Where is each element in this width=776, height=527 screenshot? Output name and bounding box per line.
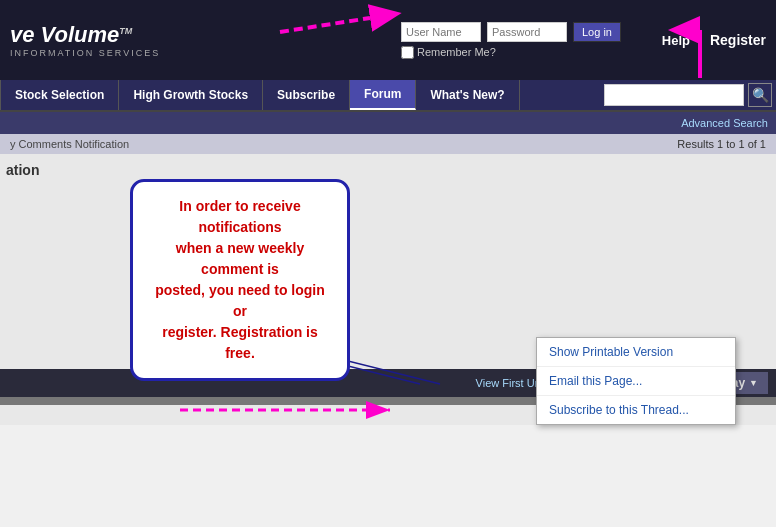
dropdown-menu: Show Printable Version Email this Page..… — [536, 337, 736, 425]
register-link[interactable]: Register — [710, 32, 766, 48]
help-link[interactable]: Help — [662, 33, 690, 48]
adv-search-bar: Advanced Search — [0, 112, 776, 134]
display-chevron-icon: ▼ — [749, 378, 758, 388]
dropdown-item-printable[interactable]: Show Printable Version — [537, 338, 735, 367]
tooltip-bubble: In order to receive notifications when a… — [130, 179, 350, 381]
ation-text: ation — [0, 154, 776, 178]
nav-item-high-growth[interactable]: High Growth Stocks — [119, 80, 263, 110]
notif-label: y Comments Notification — [10, 138, 129, 150]
nav-item-subscribe[interactable]: Subscribe — [263, 80, 350, 110]
results-text: Results 1 to 1 of 1 — [677, 138, 766, 150]
tooltip-text: In order to receive notifications when a… — [151, 196, 329, 364]
logo-sub: INFORMATION SERVICES — [10, 48, 160, 58]
nav-search-area: 🔍 — [600, 80, 776, 110]
nav-item-whats-new[interactable]: What's New? — [416, 80, 519, 110]
notification-header: y Comments Notification Results 1 to 1 o… — [0, 134, 776, 154]
dropdown-item-subscribe[interactable]: Subscribe to this Thread... — [537, 396, 735, 424]
remember-label: Remember Me? — [417, 46, 496, 58]
advanced-search-link[interactable]: Advanced Search — [681, 117, 768, 129]
bottom-content-area — [0, 425, 776, 527]
logo: ve VolumeTM INFORMATION SERVICES — [10, 22, 160, 58]
dropdown-item-email[interactable]: Email this Page... — [537, 367, 735, 396]
header-links: Help Register — [662, 32, 766, 48]
nav-search-input[interactable] — [604, 84, 744, 106]
login-button[interactable]: Log in — [573, 22, 621, 42]
main-content: y Comments Notification Results 1 to 1 o… — [0, 134, 776, 527]
search-icon[interactable]: 🔍 — [748, 83, 772, 107]
remember-checkbox[interactable] — [401, 46, 414, 59]
nav-item-forum[interactable]: Forum — [350, 80, 416, 110]
logo-main-text: ve Volume — [10, 22, 119, 47]
header: ve VolumeTM INFORMATION SERVICES Log in … — [0, 0, 776, 80]
username-input[interactable] — [401, 22, 481, 42]
logo-tm: TM — [119, 26, 132, 36]
nav-item-stock-selection[interactable]: Stock Selection — [0, 80, 119, 110]
navbar: Stock Selection High Growth Stocks Subsc… — [0, 80, 776, 112]
logo-text: ve VolumeTM — [10, 22, 160, 48]
password-input[interactable] — [487, 22, 567, 42]
